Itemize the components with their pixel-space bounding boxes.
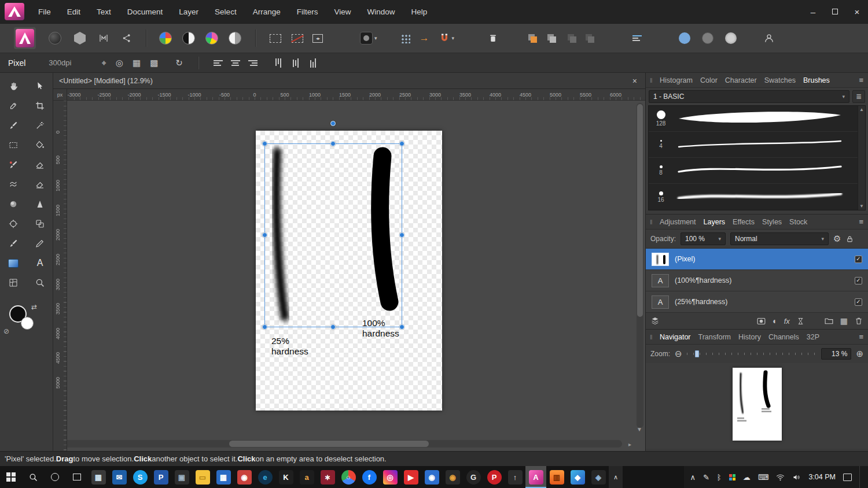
tab-navigator[interactable]: Navigator: [660, 333, 691, 341]
brush-item-16[interactable]: 16: [649, 184, 865, 210]
tab-swatches[interactable]: Swatches: [764, 76, 796, 84]
layer-row-25-hardness[interactable]: A (25%¶hardness) ✓: [646, 291, 868, 313]
align-right-button[interactable]: [248, 60, 258, 66]
scroll-down-icon[interactable]: ▼: [859, 204, 864, 209]
group-folder-icon[interactable]: [824, 316, 834, 326]
swap-colors-icon[interactable]: ⇄: [31, 303, 37, 311]
minimize-button[interactable]: –: [802, 0, 824, 23]
tab-character[interactable]: Character: [725, 76, 757, 84]
taskbar-app-amazon[interactable]: a: [296, 466, 317, 488]
taskbar-app-chrome[interactable]: ○: [338, 466, 359, 488]
snapping-caret[interactable]: ▾: [452, 35, 455, 41]
menu-item[interactable]: Help: [403, 0, 435, 23]
layer-thumbnail[interactable]: [652, 253, 669, 266]
hardness-preset-3-button[interactable]: [725, 32, 737, 44]
blur-tool[interactable]: [0, 194, 27, 214]
menu-item[interactable]: Layer: [171, 0, 207, 23]
layer-row-pixel[interactable]: (Pixel) ✓: [646, 249, 868, 270]
account-button[interactable]: [763, 32, 775, 44]
taskbar-app-skype[interactable]: S: [130, 466, 150, 488]
view-tool[interactable]: [0, 76, 27, 96]
menu-item[interactable]: Arrange: [245, 0, 289, 23]
colour-replacement-tool[interactable]: [0, 155, 27, 175]
taskbar-app-paint[interactable]: P: [150, 466, 171, 488]
marquee-tool[interactable]: [0, 135, 27, 155]
color-picker-tool[interactable]: [0, 96, 27, 116]
tab-histogram[interactable]: Histogram: [660, 76, 693, 84]
ruler-unit-label[interactable]: px: [53, 89, 67, 101]
mesh-warp-tool[interactable]: [0, 273, 27, 293]
touch-keyboard-icon[interactable]: ⌨: [758, 473, 769, 482]
selection-handle-top-right[interactable]: [399, 141, 404, 146]
document-page[interactable]: 100% hardness 25% hardness: [256, 131, 442, 411]
selection-bounding-box[interactable]: [264, 143, 402, 327]
persona-tone-mapping-button[interactable]: [98, 33, 109, 43]
tab-color[interactable]: Color: [700, 76, 718, 84]
selection-handle-bottom-left[interactable]: [262, 324, 267, 330]
taskbar-app-youtube[interactable]: ▶: [400, 466, 421, 488]
zoom-slider[interactable]: [687, 350, 817, 357]
tab-layers[interactable]: Layers: [704, 218, 726, 226]
persona-export-button[interactable]: [122, 33, 132, 43]
assistant-options-button[interactable]: [547, 34, 556, 43]
brush-item-8[interactable]: 8: [649, 158, 865, 184]
horizontal-scrollbar[interactable]: [61, 440, 622, 448]
taskbar-app-affinity-photo[interactable]: A: [525, 466, 546, 488]
taskbar-app-edge[interactable]: e: [255, 466, 275, 488]
preview-button[interactable]: ◎: [116, 58, 123, 68]
persona-photo-button[interactable]: [14, 27, 36, 49]
scroll-right-icon[interactable]: ▸: [628, 441, 631, 448]
tab-32p[interactable]: 32P: [807, 333, 819, 341]
brush-list-scrollbar[interactable]: ▲ ▼: [858, 106, 865, 210]
move-tool[interactable]: [27, 76, 53, 96]
start-button[interactable]: [0, 466, 22, 488]
text-layer-thumbnail[interactable]: A: [652, 274, 669, 287]
rotation-handle[interactable]: [330, 121, 336, 126]
selection-handle-bottom-middle[interactable]: [330, 324, 336, 330]
zoom-out-button[interactable]: ⊖: [675, 349, 682, 359]
pixel-work-button[interactable]: ▩: [150, 58, 158, 68]
quick-mask-button[interactable]: [360, 32, 373, 45]
hardness-preset-1-button[interactable]: [679, 32, 690, 44]
blend-mode-select[interactable]: Normal ▾: [730, 232, 829, 245]
document-tab-title[interactable]: <Untitled> [Modified] (12.9%): [53, 77, 153, 85]
vertical-scroll-thumb[interactable]: [637, 104, 643, 317]
selection-handle-top-middle[interactable]: [330, 141, 336, 146]
gradient-tool[interactable]: [0, 253, 27, 273]
show-desktop-button[interactable]: [859, 466, 862, 488]
taskbar-app-uploads[interactable]: ↑: [505, 466, 525, 488]
taskbar-app-facebook[interactable]: f: [359, 466, 380, 488]
tab-stock[interactable]: Stock: [789, 218, 807, 226]
persona-liquify-button[interactable]: [49, 32, 61, 45]
search-button[interactable]: [22, 466, 44, 488]
background-erase-tool[interactable]: [27, 175, 53, 194]
quick-mask-caret[interactable]: ▾: [374, 35, 377, 41]
taskbar-app-photos[interactable]: ∗: [317, 466, 338, 488]
taskbar-app-designer[interactable]: ◆: [567, 466, 588, 488]
flood-fill-tool[interactable]: [27, 135, 53, 155]
selection-handle-middle-right[interactable]: [399, 232, 404, 238]
fx-icon[interactable]: fx: [784, 317, 790, 326]
zoom-slider-handle[interactable]: [695, 350, 699, 357]
invert-selection-button[interactable]: ◂▸: [312, 34, 323, 43]
panel-menu-icon[interactable]: ≡: [859, 217, 863, 226]
taskbar-app-krita[interactable]: K: [275, 466, 296, 488]
paint-brush-tool[interactable]: [0, 116, 27, 135]
canvas-viewport[interactable]: 0500100015002000250030003500400045005000…: [53, 101, 645, 451]
menu-item[interactable]: Edit: [59, 0, 89, 23]
zoom-in-button[interactable]: ⊕: [856, 349, 863, 359]
vertical-scrollbar[interactable]: [637, 103, 643, 428]
selection-handle-middle-left[interactable]: [262, 232, 267, 238]
text-tool[interactable]: A: [27, 253, 53, 273]
menu-item[interactable]: Window: [359, 0, 403, 23]
tab-effects[interactable]: Effects: [733, 218, 755, 226]
panel-grip-icon[interactable]: ‖: [650, 77, 653, 84]
lock-icon[interactable]: [845, 235, 854, 243]
align-left-button[interactable]: [214, 60, 223, 66]
auto-white-balance-button[interactable]: [229, 32, 241, 45]
horizontal-scroll-thumb[interactable]: [229, 441, 429, 447]
opacity-select[interactable]: 100 % ▾: [681, 232, 726, 245]
layer-visibility-checkbox[interactable]: ✓: [855, 298, 862, 306]
dpi-label[interactable]: 300dpi: [49, 58, 71, 67]
taskbar-app-file-explorer[interactable]: ▭: [192, 466, 213, 488]
